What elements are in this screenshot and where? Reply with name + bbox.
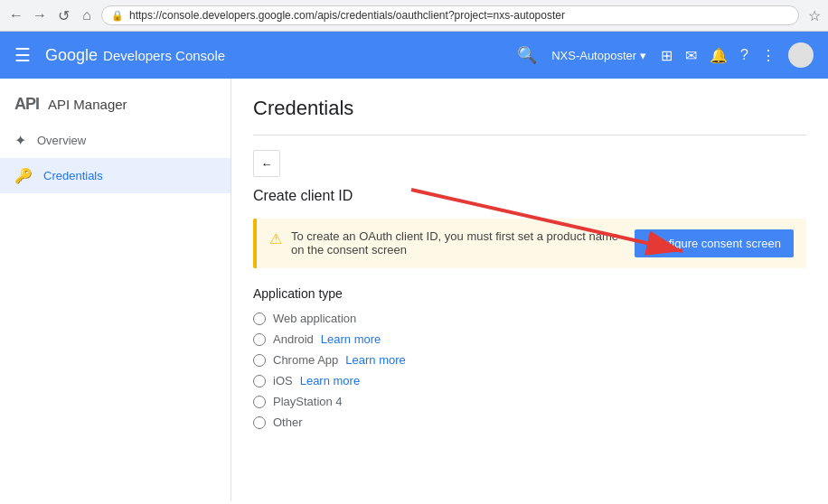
- main-layout: API API Manager ✦ Overview 🔑 Credentials…: [0, 79, 828, 501]
- url-text: https://console.developers.google.com/ap…: [129, 9, 565, 22]
- radio-item-android: Android Learn more: [253, 332, 806, 346]
- application-type-section: Application type Web application Android…: [253, 286, 806, 429]
- radio-other-label: Other: [273, 415, 303, 429]
- help-icon[interactable]: ?: [740, 47, 748, 63]
- page-wrapper: ← → ↺ ⌂ 🔒 https://console.developers.goo…: [0, 0, 828, 504]
- warning-banner: ⚠ To create an OAuth client ID, you must…: [253, 219, 806, 268]
- sidebar: API API Manager ✦ Overview 🔑 Credentials: [0, 79, 231, 501]
- bookmark-icon[interactable]: ☆: [808, 7, 821, 24]
- configure-consent-screen-button[interactable]: Configure consent screen: [635, 229, 794, 257]
- back-arrow-icon: ←: [261, 157, 273, 171]
- project-name: NXS-Autoposter: [551, 49, 636, 62]
- notifications-icon[interactable]: 🔔: [710, 47, 728, 64]
- warning-icon: ⚠: [269, 230, 282, 247]
- radio-ios[interactable]: [253, 375, 266, 387]
- application-type-title: Application type: [253, 286, 806, 301]
- reload-button[interactable]: ↺: [54, 6, 72, 24]
- lock-icon: 🔒: [111, 10, 124, 22]
- radio-item-other: Other: [253, 415, 806, 429]
- home-button[interactable]: ⌂: [78, 6, 96, 24]
- radio-android[interactable]: [253, 333, 266, 346]
- browser-toolbar: ← → ↺ ⌂ 🔒 https://console.developers.goo…: [0, 0, 828, 31]
- api-badge: API: [14, 95, 39, 114]
- google-wordmark: Google: [45, 46, 98, 65]
- header-icons: ⊞ ✉ 🔔 ? ⋮: [661, 42, 814, 68]
- product-name: Developers Console: [103, 48, 225, 63]
- sidebar-item-overview[interactable]: ✦ Overview: [0, 123, 231, 158]
- radio-item-ios: iOS Learn more: [253, 374, 806, 387]
- back-button[interactable]: ←: [7, 6, 25, 24]
- radio-other[interactable]: [253, 416, 266, 429]
- radio-chrome-app[interactable]: [253, 354, 266, 367]
- credentials-icon: 🔑: [14, 167, 33, 184]
- app-header: ☰ Google Developers Console 🔍 NXS-Autopo…: [0, 32, 828, 79]
- api-manager-label: API Manager: [48, 97, 127, 112]
- radio-chrome-label: Chrome App: [273, 353, 338, 367]
- project-dropdown-icon: ▾: [640, 49, 646, 62]
- radio-web-application[interactable]: [253, 313, 266, 325]
- email-icon[interactable]: ✉: [685, 47, 697, 64]
- header-logo: Google Developers Console: [45, 46, 225, 65]
- sidebar-header: API API Manager: [0, 86, 231, 123]
- ios-learn-more-link[interactable]: Learn more: [300, 374, 360, 387]
- sidebar-overview-label: Overview: [37, 134, 86, 147]
- overview-icon: ✦: [14, 132, 26, 149]
- page-title: Credentials: [253, 97, 806, 120]
- hamburger-menu-icon[interactable]: ☰: [14, 44, 31, 66]
- sidebar-credentials-label: Credentials: [43, 169, 103, 182]
- sidebar-item-credentials[interactable]: 🔑 Credentials: [0, 158, 231, 193]
- radio-ios-label: iOS: [273, 374, 293, 387]
- chrome-learn-more-link[interactable]: Learn more: [345, 353, 405, 367]
- search-icon[interactable]: 🔍: [517, 45, 537, 65]
- radio-item-chrome: Chrome App Learn more: [253, 353, 806, 367]
- radio-playstation[interactable]: [253, 396, 266, 408]
- browser-chrome: ← → ↺ ⌂ 🔒 https://console.developers.goo…: [0, 0, 828, 32]
- warning-message: To create an OAuth client ID, you must f…: [291, 229, 626, 257]
- radio-android-label: Android: [273, 332, 314, 346]
- more-options-icon[interactable]: ⋮: [761, 47, 776, 64]
- back-button[interactable]: ←: [253, 150, 280, 177]
- android-learn-more-link[interactable]: Learn more: [321, 332, 381, 346]
- forward-button[interactable]: →: [31, 6, 49, 24]
- radio-playstation-label: PlayStation 4: [273, 395, 343, 408]
- radio-web-label: Web application: [273, 312, 356, 325]
- radio-item-web: Web application: [253, 312, 806, 325]
- address-bar[interactable]: 🔒 https://console.developers.google.com/…: [101, 5, 799, 25]
- content-area: Credentials ← Create client ID ⚠ To crea…: [231, 79, 828, 501]
- create-client-id-title: Create client ID: [253, 188, 806, 204]
- title-divider: [253, 135, 806, 135]
- application-type-radio-group: Web application Android Learn more Chrom…: [253, 312, 806, 429]
- project-selector[interactable]: NXS-Autoposter ▾: [551, 49, 646, 62]
- radio-item-playstation: PlayStation 4: [253, 395, 806, 408]
- user-avatar[interactable]: [788, 42, 814, 68]
- apps-icon[interactable]: ⊞: [661, 47, 673, 64]
